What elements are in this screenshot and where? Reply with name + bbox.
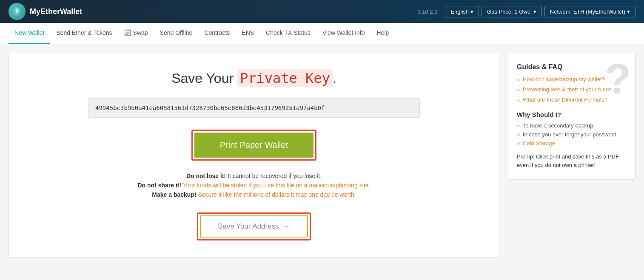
sidebar-reason-cold-storage[interactable]: ○ Cold Storage: [517, 140, 627, 147]
nav-item-ens[interactable]: ENS: [236, 23, 260, 44]
main-content: Save Your Private Key. 49945bc3b9b0a41ea…: [0, 44, 644, 266]
nav-item-send-ether[interactable]: Send Ether & Tokens: [50, 23, 118, 44]
why-title: Why Should I?: [517, 111, 627, 118]
nav-item-send-offline[interactable]: Send Offline: [154, 23, 199, 44]
gas-price-label: Gas Price: 1 Gwei: [487, 8, 532, 15]
print-paper-wallet-button[interactable]: Print Paper Wallet: [194, 133, 313, 158]
network-button[interactable]: Network: ETH (MyEtherWallet) ▾: [544, 6, 635, 17]
warning-share: Do not share it! Your funds will be stol…: [137, 182, 370, 189]
bullet-icon: ○: [517, 131, 520, 138]
nav-item-new-wallet[interactable]: New Wallet: [9, 23, 50, 44]
protip-text: ProTip: Click print and save this as a P…: [517, 153, 627, 169]
bullet-icon: ○: [517, 87, 520, 93]
gas-price-button[interactable]: Gas Price: 1 Gwei ▾: [482, 6, 542, 17]
chevron-down-icon: ▾: [627, 8, 630, 15]
watermark-icon: ?: [605, 57, 631, 100]
private-key-display: 49945bc3b9b0a41ea60581561d7328730be65e86…: [88, 98, 420, 118]
bullet-icon: ○: [517, 97, 520, 103]
sidebar: ? Guides & FAQ ○ How do I save/backup my…: [508, 53, 635, 258]
logo: MyEtherWallet: [9, 3, 82, 20]
network-label: Network: ETH (MyEtherWallet): [550, 8, 625, 15]
sidebar-reason-password: ○ In case you ever forget your password.: [517, 131, 627, 138]
print-btn-wrapper: Print Paper Wallet: [191, 130, 316, 161]
swap-icon: 🔄: [124, 29, 131, 36]
nav-item-swap[interactable]: 🔄 Swap: [118, 23, 154, 44]
warning-backup: Make a backup! Secure it like the millio…: [137, 191, 370, 198]
private-key-title-highlight: Private Key: [237, 69, 333, 87]
sidebar-card: ? Guides & FAQ ○ How do I save/backup my…: [508, 53, 635, 180]
version-label: 3.10.2.9: [417, 8, 437, 15]
navigation: New Wallet Send Ether & Tokens 🔄 Swap Se…: [0, 23, 644, 44]
chevron-down-icon: ▾: [470, 8, 473, 15]
save-address-wrapper: Save Your Address. →: [197, 212, 311, 240]
warnings-section: Do not lose it! It cannot be recovered i…: [137, 173, 370, 201]
logo-text: MyEtherWallet: [30, 7, 82, 16]
sidebar-reason-backup: ○ To have a secondary backup.: [517, 122, 627, 129]
main-card: Save Your Private Key. 49945bc3b9b0a41ea…: [9, 53, 499, 258]
language-button[interactable]: English ▾: [445, 6, 479, 17]
language-label: English: [450, 8, 469, 15]
bullet-icon: ○: [517, 122, 520, 129]
page-title: Save Your Private Key.: [171, 70, 336, 86]
logo-icon: [9, 3, 26, 20]
nav-item-help[interactable]: Help: [371, 23, 395, 44]
chevron-down-icon: ▾: [533, 8, 536, 15]
nav-item-contracts[interactable]: Contracts: [198, 23, 236, 44]
bullet-icon: ○: [517, 76, 520, 83]
warning-lose: Do not lose it! It cannot be recovered i…: [137, 173, 370, 179]
nav-item-view-wallet[interactable]: View Wallet Info: [316, 23, 371, 44]
save-address-button[interactable]: Save Your Address. →: [200, 215, 308, 238]
bullet-icon: ○: [517, 140, 520, 147]
nav-item-check-tx[interactable]: Check TX Status: [260, 23, 316, 44]
header: MyEtherWallet 3.10.2.9 English ▾ Gas Pri…: [0, 0, 644, 23]
